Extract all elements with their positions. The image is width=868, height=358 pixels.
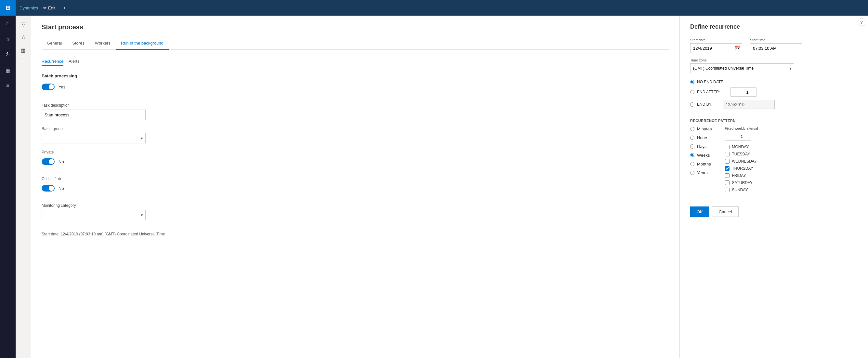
start-date-label: Start date [690, 38, 742, 42]
pattern-layout: Minutes Hours Days [690, 126, 858, 192]
thursday-row: THURSDAY [725, 166, 758, 171]
ok-button[interactable]: OK [690, 207, 709, 217]
top-bar: Dynamics ✏ Edit + [16, 0, 868, 16]
thursday-label: THURSDAY [732, 166, 753, 171]
sub-tab-alerts[interactable]: Alerts [69, 58, 79, 66]
wednesday-label: WEDNESDAY [732, 159, 757, 163]
action-buttons: OK Cancel [690, 207, 858, 217]
tab-general[interactable]: General [41, 37, 67, 50]
edit-button[interactable]: ✏ Edit [41, 4, 58, 12]
fixed-weekly-label: Fixed weekly interval [725, 126, 758, 130]
end-after-label: END AFTER: [697, 90, 720, 94]
add-button[interactable]: + [60, 4, 68, 12]
critical-job-label: Critical Job [41, 177, 669, 181]
thursday-checkbox[interactable] [725, 166, 730, 171]
start-time-input[interactable] [750, 43, 802, 53]
day-checkboxes: MONDAY TUESDAY WEDNESDAY [725, 145, 758, 192]
start-date-input-wrapper: 📅 [690, 43, 742, 53]
sub-tabs: Recurrence Alerts [41, 58, 669, 66]
end-after-input[interactable] [731, 87, 756, 96]
friday-row: FRIDAY [725, 173, 758, 178]
batch-group-select[interactable] [41, 133, 146, 143]
task-description-section: Task description [41, 103, 669, 120]
hours-radio[interactable] [690, 136, 694, 140]
batch-group-select-wrapper: ▾ [41, 133, 146, 143]
wednesday-checkbox[interactable] [725, 159, 730, 163]
tuesday-checkbox[interactable] [725, 152, 730, 156]
nav-icon-grid[interactable]: ▦ [0, 62, 16, 78]
cancel-button[interactable]: Cancel [712, 207, 739, 217]
fixed-weekly-input[interactable] [725, 132, 751, 141]
panel-list-icon[interactable]: ≡ [18, 57, 29, 69]
saturday-checkbox[interactable] [725, 180, 730, 185]
wednesday-row: WEDNESDAY [725, 159, 758, 163]
private-toggle[interactable] [41, 158, 55, 165]
months-radio[interactable] [690, 162, 694, 166]
tab-run-background[interactable]: Run in the background [116, 37, 169, 50]
private-toggle-row: No [41, 158, 669, 165]
start-date-input[interactable] [690, 43, 742, 53]
months-row: Months [690, 161, 712, 167]
batch-toggle[interactable] [41, 84, 55, 90]
monitoring-category-section: Monitoring category ▾ [41, 203, 669, 220]
panel-grid-icon[interactable]: ▦ [18, 44, 29, 56]
minutes-radio[interactable] [690, 127, 694, 131]
recurrence-pattern-title: RECURRENCE PATTERN [690, 119, 858, 123]
app-icon[interactable]: ⊞ [0, 0, 16, 16]
no-end-date-row: NO END DATE [690, 80, 858, 84]
timezone-select[interactable]: (GMT) Coordinated Universal Time (GMT-05… [690, 63, 794, 73]
batch-section: Batch processing Yes [41, 73, 669, 95]
critical-job-section: Critical Job No [41, 177, 669, 197]
edit-icon: ✏ [43, 5, 47, 10]
critical-job-toggle[interactable] [41, 185, 55, 191]
friday-checkbox[interactable] [725, 173, 730, 178]
nav-icon-menu[interactable]: ≡ [0, 78, 16, 94]
sunday-label: SUNDAY [732, 188, 748, 192]
end-after-radio[interactable] [690, 90, 694, 94]
batch-group-label: Batch group [41, 126, 669, 131]
tab-stores[interactable]: Stores [67, 37, 90, 50]
sunday-checkbox[interactable] [725, 188, 730, 192]
monitoring-category-select[interactable] [41, 210, 146, 220]
end-by-radio[interactable] [690, 102, 694, 107]
sub-tab-recurrence[interactable]: Recurrence [41, 58, 63, 66]
start-time-label: Start time [750, 38, 802, 42]
days-radio[interactable] [690, 144, 694, 149]
timezone-label: Time zone [690, 58, 858, 62]
pattern-right: Fixed weekly interval MONDAY [725, 126, 758, 192]
task-description-input[interactable] [41, 110, 146, 120]
monday-label: MONDAY [732, 145, 749, 149]
years-radio[interactable] [690, 171, 694, 175]
start-process-panel: Start process General Stores Workers Run… [31, 16, 679, 358]
nav-icon-star[interactable]: ☆ [0, 31, 16, 47]
hours-label: Hours [697, 135, 708, 140]
content-with-overlay: 🔍 Ho Prep Mo Gene Up [31, 16, 868, 358]
months-label: Months [697, 161, 711, 167]
recurrence-pattern-section: RECURRENCE PATTERN Minutes Hours [690, 119, 858, 192]
app-sidebar: ⊞ ⌂ ☆ ⏱ ▦ ≡ [0, 0, 16, 358]
monday-checkbox[interactable] [725, 145, 730, 149]
no-end-date-radio[interactable] [690, 80, 694, 84]
private-section: Private No [41, 150, 669, 170]
weeks-radio[interactable] [690, 153, 694, 157]
nav-icon-home[interactable]: ⌂ [0, 16, 16, 31]
no-end-date-label: NO END DATE [697, 80, 723, 84]
help-icon[interactable]: ? [858, 18, 865, 26]
weeks-label: Weeks [697, 153, 710, 158]
panel-star-icon[interactable]: ☆ [18, 31, 29, 43]
minutes-label: Minutes [697, 126, 712, 131]
define-recurrence-panel: ? Define recurrence Start date 📅 Sta [679, 16, 868, 358]
pattern-options: Minutes Hours Days [690, 126, 712, 192]
left-panel: ▽ ☆ ▦ ≡ [16, 16, 31, 358]
start-date-field: Start date 📅 [690, 38, 742, 53]
nav-icon-clock[interactable]: ⏱ [0, 47, 16, 62]
tab-workers[interactable]: Workers [90, 37, 116, 50]
panel-filter-icon[interactable]: ▽ [18, 18, 29, 30]
monday-row: MONDAY [725, 145, 758, 149]
end-by-label: END BY: [697, 102, 712, 107]
fixed-weekly-section: Fixed weekly interval [725, 126, 758, 145]
sunday-row: SUNDAY [725, 188, 758, 192]
modal-title: Start process [41, 23, 669, 31]
end-by-input[interactable] [723, 100, 775, 109]
end-after-row: END AFTER: [690, 87, 858, 96]
